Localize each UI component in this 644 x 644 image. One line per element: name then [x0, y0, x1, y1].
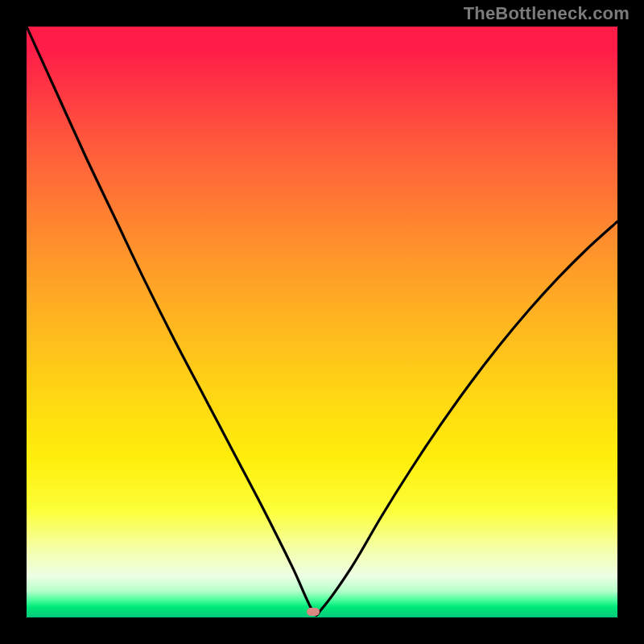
bottleneck-curve: [27, 27, 617, 617]
watermark-text: TheBottleneck.com: [464, 3, 630, 24]
chart-container: TheBottleneck.com: [0, 0, 644, 644]
plot-area: [27, 27, 617, 617]
minimum-marker: [307, 608, 320, 616]
